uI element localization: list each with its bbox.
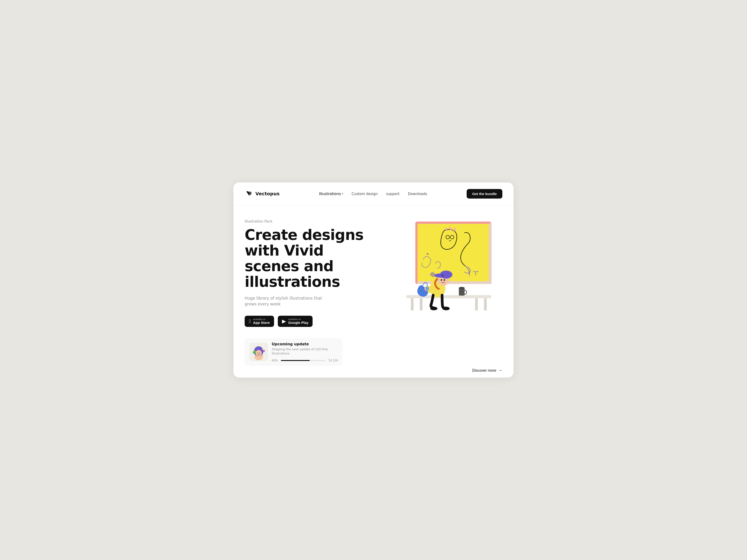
discover-more-label: Discover more (472, 368, 496, 373)
app-buttons:  available on App Store ▶ available on … (244, 316, 386, 327)
update-card-title: Upcoming update (272, 342, 338, 346)
svg-point-6 (256, 350, 262, 356)
progress-row: 65% 7d 12h (272, 359, 338, 362)
google-play-available-label: available on (288, 318, 309, 321)
logo-text: Vectopus (255, 191, 280, 196)
avatar-illustration (249, 343, 268, 361)
svg-rect-14 (406, 295, 491, 298)
svg-point-25 (443, 279, 445, 281)
svg-rect-16 (420, 298, 422, 311)
update-avatar (249, 343, 268, 361)
progress-bar (281, 360, 326, 361)
nav-item-downloads[interactable]: Downloads (408, 192, 427, 196)
hero-eyebrow: Illustration Pack (244, 219, 386, 223)
nav-item-support[interactable]: support (386, 192, 400, 196)
update-info: Upcoming update Shipping the next update… (272, 342, 338, 362)
svg-point-23 (441, 274, 444, 277)
app-store-button[interactable]:  available on App Store (244, 316, 274, 327)
progress-time: 7d 12h (328, 359, 338, 362)
svg-point-22 (440, 271, 453, 278)
app-store-label: App Store (253, 321, 270, 325)
discover-more-button[interactable]: Discover more → (472, 368, 503, 373)
play-icon: ▶ (282, 319, 286, 324)
arrow-right-icon: → (498, 368, 503, 373)
nav-item-custom-design[interactable]: Custom design (352, 192, 378, 196)
hero-headline: Create designs with Vivid scenes and ill… (244, 227, 366, 290)
svg-point-29 (459, 287, 465, 289)
hero-right: Discover more → (386, 219, 503, 366)
app-store-available-label: available on (253, 318, 270, 321)
svg-rect-13 (417, 281, 492, 284)
hero-section: Illustration Pack Create designs with Vi… (233, 205, 514, 377)
svg-point-4 (254, 350, 256, 352)
main-illustration (386, 219, 503, 326)
svg-rect-17 (475, 298, 478, 311)
main-card: Vectopus Illustrations ▾ Custom design s… (233, 183, 514, 377)
progress-percentage: 65% (272, 359, 278, 362)
hero-illustration (386, 219, 503, 366)
svg-rect-18 (484, 298, 487, 311)
progress-bar-fill (281, 360, 310, 361)
svg-point-30 (430, 306, 437, 310)
hero-left: Illustration Pack Create designs with Vi… (244, 219, 386, 366)
update-card: Upcoming update Shipping the next update… (244, 338, 343, 366)
logo-icon (244, 189, 253, 198)
hero-subtext: Huge library of stylish illustrations th… (244, 295, 324, 307)
svg-point-5 (263, 350, 265, 352)
svg-rect-27 (426, 287, 429, 291)
svg-rect-15 (411, 298, 413, 311)
svg-point-31 (443, 306, 450, 310)
nav-links: Illustrations ▾ Custom design support Do… (319, 192, 427, 196)
nav-item-illustrations[interactable]: Illustrations ▾ (319, 192, 343, 196)
apple-icon:  (249, 319, 251, 324)
update-card-desc: Shipping the next update of 120 free ill… (272, 347, 338, 355)
chevron-down-icon: ▾ (342, 192, 343, 195)
svg-rect-12 (489, 223, 492, 284)
google-play-label: Google Play (288, 321, 309, 325)
get-bundle-button[interactable]: Get the bundle (467, 189, 503, 198)
svg-point-24 (441, 279, 442, 281)
logo-link[interactable]: Vectopus (244, 189, 280, 198)
google-play-button[interactable]: ▶ available on Google Play (278, 316, 313, 327)
navbar: Vectopus Illustrations ▾ Custom design s… (233, 183, 514, 205)
svg-point-11 (427, 253, 429, 255)
svg-rect-8 (418, 224, 489, 282)
svg-rect-28 (459, 288, 465, 295)
